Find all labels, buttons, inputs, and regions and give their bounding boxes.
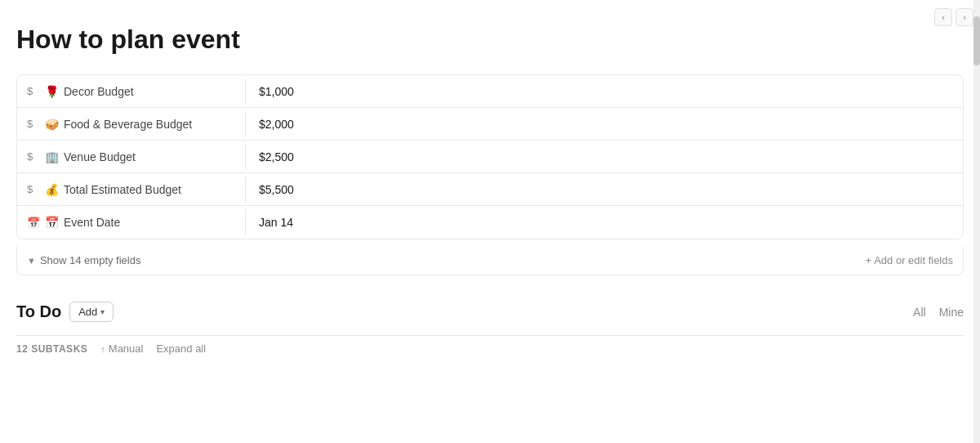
manual-label: Manual [109, 342, 144, 355]
property-row-decor-budget: $ 🌹 Decor Budget $1,000 [17, 75, 963, 108]
properties-table: $ 🌹 Decor Budget $1,000 $ 🥪 Food & Bever… [16, 74, 964, 239]
event-date-label: Event Date [64, 216, 120, 229]
add-button-label: Add [78, 306, 97, 318]
decor-emoji: 🌹 [45, 85, 59, 98]
property-row-venue-budget: $ 🏢 Venue Budget $2,500 [17, 141, 963, 173]
manual-sort-button[interactable]: ↑ Manual [100, 342, 143, 355]
dollar-icon-venue: $ [27, 150, 40, 163]
food-budget-value[interactable]: $2,000 [246, 111, 963, 137]
dollar-icon-total: $ [27, 183, 40, 195]
property-label-total-budget[interactable]: $ 💰 Total Estimated Budget [17, 177, 246, 203]
total-emoji: 💰 [45, 183, 59, 196]
show-empty-row: ▼ Show 14 empty fields + Add or edit fie… [16, 246, 964, 275]
decor-budget-label: Decor Budget [64, 85, 134, 98]
property-row-food-budget: $ 🥪 Food & Beverage Budget $2,000 [17, 108, 963, 141]
subtasks-count: 12 SUBTASKS [16, 343, 87, 355]
property-row-event-date: 📅 📅 Event Date Jan 14 [17, 206, 963, 239]
expand-all-button[interactable]: Expand all [156, 342, 206, 355]
food-budget-label: Food & Beverage Budget [64, 118, 192, 131]
decor-budget-value[interactable]: $1,000 [246, 78, 963, 105]
dollar-icon-decor: $ [27, 85, 40, 97]
subtasks-bar: 12 SUBTASKS ↑ Manual Expand all [16, 335, 964, 361]
scroll-hint: ‹ › [934, 8, 973, 26]
property-label-decor-budget[interactable]: $ 🌹 Decor Budget [17, 78, 246, 105]
all-tab-button[interactable]: All [913, 302, 926, 322]
venue-budget-label: Venue Budget [64, 150, 136, 163]
vertical-scrollbar[interactable] [973, 0, 980, 443]
add-button[interactable]: Add ▾ [69, 302, 114, 322]
property-label-venue-budget[interactable]: $ 🏢 Venue Budget [17, 144, 246, 170]
dollar-icon-food: $ [27, 118, 40, 130]
add-edit-fields-button[interactable]: + Add or edit fields [866, 254, 953, 266]
page-container: ‹ › How to plan event $ 🌹 Decor Budget $… [0, 0, 980, 361]
todo-header: To Do Add ▾ All Mine [16, 302, 964, 322]
venue-budget-value[interactable]: $2,500 [246, 144, 963, 170]
calendar-icon: 📅 [27, 217, 40, 229]
up-arrow-icon: ↑ [100, 344, 105, 354]
todo-title: To Do [16, 302, 61, 321]
food-emoji: 🥪 [45, 118, 59, 131]
scrollbar-thumb [973, 16, 980, 65]
show-empty-label: Show 14 empty fields [40, 254, 141, 266]
todo-actions: All Mine [913, 302, 964, 322]
property-row-total-budget: $ 💰 Total Estimated Budget $5,500 [17, 173, 963, 206]
venue-emoji: 🏢 [45, 150, 59, 163]
property-label-event-date[interactable]: 📅 📅 Event Date [17, 209, 246, 235]
total-budget-label: Total Estimated Budget [64, 183, 181, 196]
total-budget-value[interactable]: $5,500 [246, 177, 963, 203]
add-chevron-icon: ▾ [100, 307, 105, 316]
property-label-food-budget[interactable]: $ 🥪 Food & Beverage Budget [17, 111, 246, 137]
show-empty-arrow: ▼ [27, 256, 36, 266]
mine-tab-button[interactable]: Mine [939, 302, 964, 322]
page-title: How to plan event [16, 16, 964, 55]
event-date-value[interactable]: Jan 14 [246, 209, 963, 235]
scroll-left-button[interactable]: ‹ [934, 8, 952, 26]
todo-section: To Do Add ▾ All Mine 12 SUBTASKS ↑ Manua… [16, 302, 964, 361]
scroll-right-button[interactable]: › [956, 8, 973, 26]
event-date-emoji: 📅 [45, 216, 59, 229]
show-empty-button[interactable]: ▼ Show 14 empty fields [27, 254, 140, 266]
